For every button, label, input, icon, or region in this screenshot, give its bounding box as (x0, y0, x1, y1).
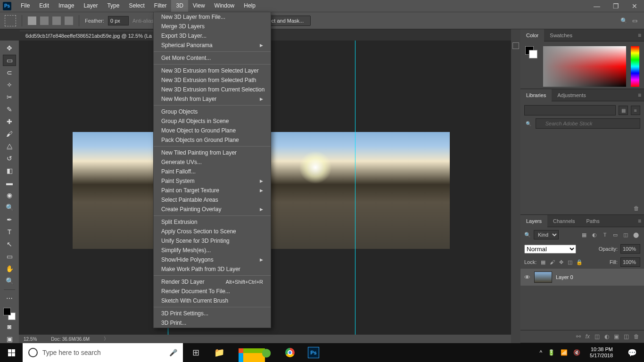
menu-item[interactable]: 3D Print... (154, 318, 271, 328)
menu-item[interactable]: 3D Print Settings... (154, 309, 271, 318)
panel-menu-icon[interactable]: ≡ (638, 32, 641, 39)
menu-item[interactable]: Spherical Panorama▶ (154, 41, 271, 50)
dodge-tool[interactable]: 🔍 (3, 202, 16, 213)
color-swatch[interactable] (3, 308, 16, 320)
lock-all-icon[interactable]: 🔒 (576, 259, 583, 265)
menu-image[interactable]: Image (54, 0, 79, 12)
action-center-icon[interactable]: 💬 (622, 343, 642, 362)
filter-smart-icon[interactable]: ◫ (621, 230, 630, 239)
color-fg-bg[interactable] (525, 46, 538, 59)
layer-name[interactable]: Layer 0 (556, 274, 573, 280)
view-list-icon[interactable]: ≡ (631, 106, 640, 115)
library-search-input[interactable] (536, 118, 640, 129)
pen-tool[interactable]: ✒ (3, 214, 16, 225)
zoom-level[interactable]: 12.5% (24, 337, 37, 342)
menu-item[interactable]: Make Work Path from 3D Layer (154, 264, 271, 274)
guide-vertical[interactable] (355, 41, 355, 337)
menu-item[interactable]: Render Document To File... (154, 287, 271, 296)
panel-menu-icon[interactable]: ≡ (638, 92, 641, 99)
fill-input[interactable] (620, 257, 640, 267)
visibility-icon[interactable]: 👁 (524, 274, 530, 281)
taskbar-search[interactable]: Type here to search 🎤 (23, 343, 183, 362)
menu-window[interactable]: Window (210, 0, 239, 12)
view-grid-icon[interactable]: ▦ (619, 106, 628, 115)
task-view-icon[interactable]: ⊞ (185, 343, 206, 362)
menu-item[interactable]: New Tiled Painting from Layer (154, 148, 271, 157)
tray-chevron-icon[interactable]: ^ (539, 349, 542, 356)
healing-tool[interactable]: ✚ (3, 116, 16, 127)
history-brush-tool[interactable]: ↺ (3, 153, 16, 164)
selection-intersect-icon[interactable] (65, 16, 73, 25)
eraser-tool[interactable]: ◧ (3, 165, 16, 176)
menu-item[interactable]: Group All Objects in Scene (154, 116, 271, 126)
file-explorer-icon[interactable]: 📁 (208, 343, 230, 362)
battery-icon[interactable]: 🔋 (548, 349, 555, 356)
tab-channels[interactable]: Channels (547, 215, 580, 227)
stamp-tool[interactable]: ⧋ (3, 140, 16, 152)
volume-icon[interactable]: 🔇 (573, 349, 580, 356)
tab-layers[interactable]: Layers (520, 215, 547, 227)
panel-menu-icon[interactable]: ≡ (638, 218, 641, 224)
menu-type[interactable]: Type (102, 0, 124, 12)
tab-adjustments[interactable]: Adjustments (552, 89, 592, 101)
lock-position-icon[interactable]: ✥ (557, 259, 565, 265)
menu-item[interactable]: New 3D Extrusion from Selected Layer (154, 66, 271, 75)
menu-filter[interactable]: Filter (149, 0, 172, 12)
trash-icon[interactable]: 🗑 (634, 205, 639, 212)
lock-image-icon[interactable]: 🖌 (548, 259, 556, 265)
filter-toggle[interactable]: ⬤ (632, 230, 640, 239)
menu-item[interactable]: Pack Objects on Ground Plane (154, 135, 271, 145)
selection-subtract-icon[interactable] (52, 16, 61, 25)
trash-icon[interactable]: 🗑 (634, 333, 639, 340)
store-icon[interactable] (232, 343, 254, 362)
group-icon[interactable]: ▣ (614, 333, 619, 340)
start-button[interactable] (0, 343, 23, 362)
history-dock-icon[interactable] (512, 42, 519, 49)
menu-item[interactable]: Select Paintable Areas (154, 195, 271, 205)
menu-item[interactable]: Export 3D Layer... (154, 31, 271, 41)
search-icon[interactable]: 🔍 (620, 17, 627, 24)
hue-slider[interactable] (631, 46, 639, 87)
opacity-input[interactable] (620, 244, 640, 254)
blur-tool[interactable]: ◉ (3, 189, 16, 201)
lasso-tool[interactable]: ⊂ (3, 67, 16, 78)
filter-adjust-icon[interactable]: ◐ (590, 230, 599, 239)
eyedropper-tool[interactable]: ✎ (3, 104, 16, 115)
tab-paths[interactable]: Paths (581, 215, 605, 227)
layer-row[interactable]: 👁 Layer 0 (520, 269, 644, 286)
fx-icon[interactable]: fx (586, 333, 590, 340)
utorrent-icon[interactable]: ⬤ (256, 343, 277, 362)
tab-color[interactable]: Color (520, 29, 544, 41)
menu-item[interactable]: Paint Falloff... (154, 167, 271, 176)
menu-item[interactable]: Show/Hide Polygons▶ (154, 255, 271, 264)
menu-item[interactable]: New 3D Extrusion from Current Selection (154, 85, 271, 94)
lock-artboard-icon[interactable]: ◫ (566, 259, 574, 265)
close-button[interactable]: ✕ (625, 0, 644, 12)
doc-size[interactable]: Doc: 36.6M/36.6M (51, 337, 90, 342)
blend-mode-select[interactable]: Normal (524, 245, 576, 254)
menu-view[interactable]: View (188, 0, 210, 12)
menu-3d[interactable]: 3D (171, 0, 188, 12)
path-select-tool[interactable]: ↖ (3, 239, 16, 250)
color-field[interactable] (543, 46, 626, 87)
menu-layer[interactable]: Layer (79, 0, 102, 12)
menu-help[interactable]: Help (239, 0, 260, 12)
tab-libraries[interactable]: Libraries (520, 89, 552, 101)
mic-icon[interactable]: 🎤 (169, 349, 177, 356)
restore-button[interactable]: ❐ (606, 0, 625, 12)
mask-icon[interactable]: ◫ (594, 333, 600, 340)
filter-type-icon[interactable]: T (601, 230, 609, 239)
tab-swatches[interactable]: Swatches (544, 29, 578, 41)
chrome-icon[interactable] (279, 343, 301, 362)
menu-item[interactable]: Sketch With Current Brush (154, 296, 271, 305)
type-tool[interactable]: T (3, 226, 16, 238)
menu-item[interactable]: Create Painting Overlay▶ (154, 205, 271, 214)
feather-input[interactable] (108, 16, 129, 25)
move-tool[interactable]: ✥ (3, 42, 16, 54)
menu-item[interactable]: Move Object to Ground Plane (154, 126, 271, 135)
menu-item[interactable]: Get More Content... (154, 53, 271, 63)
lock-transparency-icon[interactable]: ▦ (539, 259, 547, 265)
edit-toolbar[interactable]: ⋯ (3, 293, 16, 304)
menu-item[interactable]: Simplify Mesh(es)... (154, 246, 271, 255)
selection-add-icon[interactable] (40, 16, 49, 25)
